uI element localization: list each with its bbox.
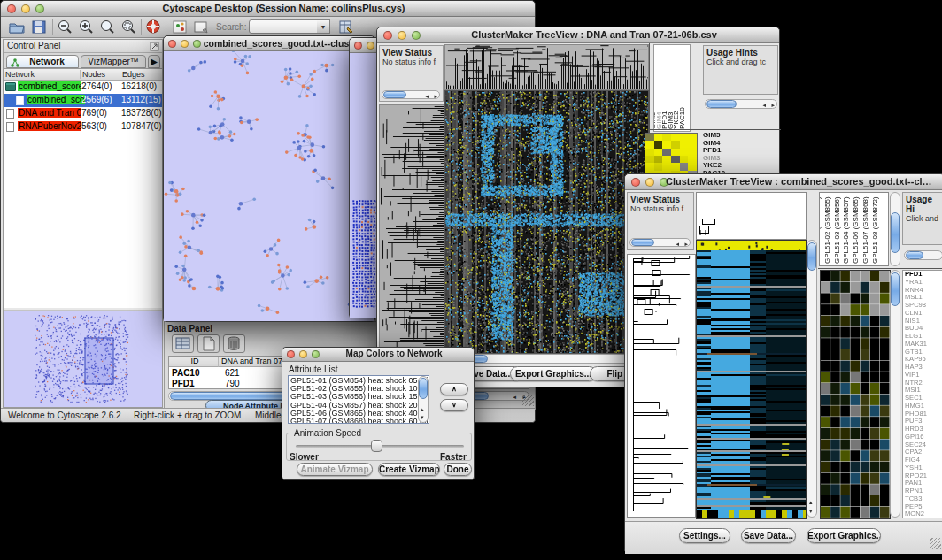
scroll-up-icon[interactable]: ▴ xyxy=(809,498,813,506)
tab-network[interactable]: Network xyxy=(6,55,79,68)
submatrix-cell[interactable] xyxy=(654,163,663,170)
submatrix-cell[interactable] xyxy=(654,149,663,156)
attribute-list[interactable]: GPL51-01 (GSM854) heat shock 05 minGPL51… xyxy=(288,375,429,424)
submatrix-cell[interactable] xyxy=(645,134,654,141)
submatrix-cell[interactable] xyxy=(680,149,689,156)
view-status-hscrollbar[interactable]: ◂ ▸ xyxy=(382,90,440,99)
submatrix-cell[interactable] xyxy=(654,141,663,148)
save-data-button[interactable]: Save Data... xyxy=(741,528,796,543)
zoom-out-icon[interactable] xyxy=(56,19,73,35)
submatrix-cell[interactable] xyxy=(662,163,671,170)
tv2-genes-vscrollbar[interactable] xyxy=(890,270,900,518)
create-vizmap-button[interactable]: Create Vizmap xyxy=(378,463,440,476)
table-cell[interactable]: PFD1 xyxy=(169,379,195,389)
tv1-usage-hscrollbar[interactable]: ◂ ▸ xyxy=(705,99,777,109)
scroll-left-icon[interactable]: ◂ xyxy=(425,92,429,100)
scroll-up-icon[interactable]: ▴ xyxy=(421,405,424,413)
speed-slider-thumb[interactable] xyxy=(371,440,382,452)
column-label[interactable]: GPL51-07 (GSM868) xyxy=(861,196,869,264)
submatrix-cell[interactable] xyxy=(662,156,671,163)
settings-button[interactable]: Settings... xyxy=(679,528,730,543)
column-label[interactable]: GPL51-01 (GSM854) xyxy=(819,196,822,264)
network-list-row[interactable]: combined_sco 2569(6) 13112(15) xyxy=(4,94,162,107)
close-icon[interactable] xyxy=(354,42,362,50)
export-graphics-button[interactable]: Export Graphics... xyxy=(807,528,881,543)
scrollbar-thumb[interactable] xyxy=(807,242,816,271)
network-overview-canvas[interactable] xyxy=(4,311,162,407)
submatrix-cell[interactable] xyxy=(645,149,654,156)
close-icon[interactable] xyxy=(168,40,176,48)
scroll-left-icon[interactable]: ◂ xyxy=(676,240,679,248)
scrollbar-thumb[interactable] xyxy=(891,272,900,306)
table-icon[interactable] xyxy=(172,334,194,353)
submatrix-cell[interactable] xyxy=(680,141,689,148)
search-input[interactable] xyxy=(249,19,318,34)
table-cell[interactable]: PAC10 xyxy=(169,368,200,379)
network-list-row[interactable]: DNA and Tran 07 769(0) 183728(0) xyxy=(4,107,162,120)
treeview2-titlebar[interactable]: ClusterMaker TreeView : combined_scores_… xyxy=(625,174,942,190)
scroll-down-icon[interactable]: ▾ xyxy=(809,507,813,515)
column-label[interactable]: GPL51-03 (GSM856) xyxy=(833,196,841,264)
tv2-labels-vscrollbar[interactable] xyxy=(890,192,900,266)
export-graphics-button[interactable]: Export Graphics... xyxy=(510,366,597,381)
submatrix-cell[interactable] xyxy=(671,156,680,163)
table-cell[interactable]: 621 xyxy=(222,368,240,379)
tv1-row-dendrogram[interactable] xyxy=(379,104,445,364)
submatrix-cell[interactable] xyxy=(662,141,671,148)
tv2-column-dendrogram[interactable] xyxy=(696,192,807,240)
submatrix-cell[interactable] xyxy=(688,141,697,148)
tv1-heatmap[interactable] xyxy=(444,90,649,354)
submatrix-cell[interactable] xyxy=(688,134,697,141)
tv1-selected-submatrix[interactable] xyxy=(645,133,698,179)
scrollbar-thumb[interactable] xyxy=(631,239,654,246)
scrollbar-thumb[interactable] xyxy=(383,91,406,98)
tv2-heatmap[interactable] xyxy=(696,240,807,519)
float-panel-icon[interactable] xyxy=(150,42,159,51)
submatrix-cell[interactable] xyxy=(688,163,697,170)
annotation-icon[interactable] xyxy=(192,19,210,35)
submatrix-cell[interactable] xyxy=(662,149,671,156)
submatrix-cell[interactable] xyxy=(680,134,689,141)
submatrix-cell[interactable] xyxy=(688,149,697,156)
search-dropdown-icon[interactable]: ▼ xyxy=(317,19,330,34)
scrollbar-thumb[interactable] xyxy=(706,100,737,108)
resize-grip[interactable] xyxy=(522,395,534,406)
table-cell[interactable]: 790 xyxy=(222,379,240,389)
minimize-icon[interactable] xyxy=(398,31,406,40)
scroll-right-icon[interactable]: ▸ xyxy=(684,240,688,248)
main-titlebar[interactable]: Cytoscape Desktop (Session Name: collins… xyxy=(1,1,535,17)
tab-vizmapper[interactable]: VizMapper™ xyxy=(81,55,146,68)
scroll-left-icon[interactable]: ◂ xyxy=(762,101,766,109)
submatrix-cell[interactable] xyxy=(671,134,680,141)
save-icon[interactable] xyxy=(30,19,48,35)
column-label[interactable]: GPL51-04 (GSM857) xyxy=(842,196,850,264)
attribute-browser-icon[interactable] xyxy=(337,19,355,35)
gene-label[interactable]: MON2 xyxy=(905,510,942,518)
done-button[interactable]: Done xyxy=(444,463,472,476)
submatrix-cell[interactable] xyxy=(654,134,663,141)
scroll-right-icon[interactable]: ▸ xyxy=(771,101,775,109)
scroll-right-icon[interactable]: ▸ xyxy=(434,92,437,100)
zoom-selected-icon[interactable] xyxy=(120,19,137,35)
column-header-id[interactable]: ID xyxy=(169,357,219,367)
help-icon[interactable] xyxy=(144,19,162,35)
zoom-window-icon[interactable] xyxy=(193,40,201,48)
tv2-zoom-heatmap[interactable] xyxy=(820,270,891,519)
tv2-heatmap-vscrollbar[interactable]: ▴ ▾ xyxy=(807,240,817,518)
close-icon[interactable] xyxy=(631,178,640,187)
column-label[interactable]: PAC10 xyxy=(678,107,686,129)
close-icon[interactable] xyxy=(383,31,392,40)
view-status-hscrollbar[interactable]: ◂ ▸ xyxy=(629,238,691,247)
zoom-window-icon[interactable] xyxy=(312,350,320,358)
move-up-button[interactable]: ∧ xyxy=(440,383,468,395)
submatrix-cell[interactable] xyxy=(680,156,689,163)
network-list-row[interactable]: combined_scores 2764(0) 16218(0) xyxy=(4,81,162,94)
submatrix-cell[interactable] xyxy=(645,141,654,148)
minimize-icon[interactable] xyxy=(21,4,30,13)
scrollbar-thumb[interactable] xyxy=(419,378,428,399)
minimize-icon[interactable] xyxy=(299,350,307,358)
submatrix-cell[interactable] xyxy=(671,149,680,156)
submatrix-cell[interactable] xyxy=(688,156,697,163)
open-folder-icon[interactable] xyxy=(8,19,26,35)
move-down-button[interactable]: ∨ xyxy=(440,399,468,411)
